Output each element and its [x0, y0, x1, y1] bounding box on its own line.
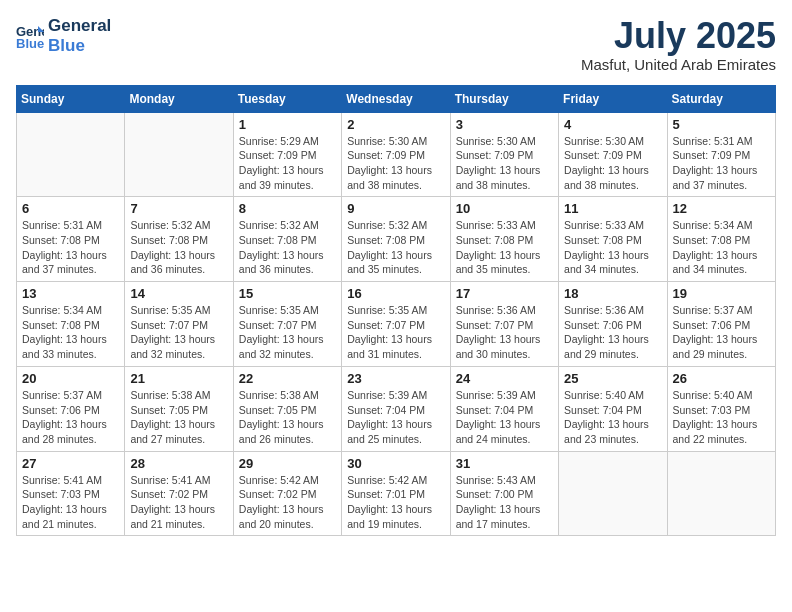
day-number: 13	[22, 286, 119, 301]
calendar-cell	[17, 112, 125, 197]
calendar-cell: 29Sunrise: 5:42 AM Sunset: 7:02 PM Dayli…	[233, 451, 341, 536]
day-number: 10	[456, 201, 553, 216]
day-detail: Sunrise: 5:35 AM Sunset: 7:07 PM Dayligh…	[239, 303, 336, 362]
calendar-cell: 23Sunrise: 5:39 AM Sunset: 7:04 PM Dayli…	[342, 366, 450, 451]
day-detail: Sunrise: 5:30 AM Sunset: 7:09 PM Dayligh…	[456, 134, 553, 193]
day-number: 23	[347, 371, 444, 386]
day-detail: Sunrise: 5:35 AM Sunset: 7:07 PM Dayligh…	[347, 303, 444, 362]
day-number: 15	[239, 286, 336, 301]
weekday-header: Monday	[125, 85, 233, 112]
weekday-header: Sunday	[17, 85, 125, 112]
day-detail: Sunrise: 5:33 AM Sunset: 7:08 PM Dayligh…	[564, 218, 661, 277]
calendar-cell: 6Sunrise: 5:31 AM Sunset: 7:08 PM Daylig…	[17, 197, 125, 282]
page-header: General Blue General Blue July 2025 Masf…	[16, 16, 776, 73]
calendar-cell: 31Sunrise: 5:43 AM Sunset: 7:00 PM Dayli…	[450, 451, 558, 536]
day-detail: Sunrise: 5:41 AM Sunset: 7:03 PM Dayligh…	[22, 473, 119, 532]
day-number: 18	[564, 286, 661, 301]
calendar-cell: 1Sunrise: 5:29 AM Sunset: 7:09 PM Daylig…	[233, 112, 341, 197]
calendar-cell: 19Sunrise: 5:37 AM Sunset: 7:06 PM Dayli…	[667, 282, 775, 367]
location-subtitle: Masfut, United Arab Emirates	[581, 56, 776, 73]
calendar-week-row: 13Sunrise: 5:34 AM Sunset: 7:08 PM Dayli…	[17, 282, 776, 367]
day-detail: Sunrise: 5:33 AM Sunset: 7:08 PM Dayligh…	[456, 218, 553, 277]
day-number: 19	[673, 286, 770, 301]
day-number: 7	[130, 201, 227, 216]
day-detail: Sunrise: 5:34 AM Sunset: 7:08 PM Dayligh…	[673, 218, 770, 277]
calendar-cell	[667, 451, 775, 536]
day-number: 31	[456, 456, 553, 471]
calendar-cell: 10Sunrise: 5:33 AM Sunset: 7:08 PM Dayli…	[450, 197, 558, 282]
day-number: 16	[347, 286, 444, 301]
day-detail: Sunrise: 5:42 AM Sunset: 7:02 PM Dayligh…	[239, 473, 336, 532]
day-number: 12	[673, 201, 770, 216]
day-detail: Sunrise: 5:35 AM Sunset: 7:07 PM Dayligh…	[130, 303, 227, 362]
svg-text:Blue: Blue	[16, 36, 44, 50]
calendar-header-row: SundayMondayTuesdayWednesdayThursdayFrid…	[17, 85, 776, 112]
day-number: 8	[239, 201, 336, 216]
day-number: 20	[22, 371, 119, 386]
day-detail: Sunrise: 5:39 AM Sunset: 7:04 PM Dayligh…	[347, 388, 444, 447]
calendar-cell: 22Sunrise: 5:38 AM Sunset: 7:05 PM Dayli…	[233, 366, 341, 451]
day-number: 30	[347, 456, 444, 471]
day-number: 22	[239, 371, 336, 386]
day-detail: Sunrise: 5:32 AM Sunset: 7:08 PM Dayligh…	[239, 218, 336, 277]
day-number: 5	[673, 117, 770, 132]
day-detail: Sunrise: 5:41 AM Sunset: 7:02 PM Dayligh…	[130, 473, 227, 532]
weekday-header: Friday	[559, 85, 667, 112]
calendar-cell: 30Sunrise: 5:42 AM Sunset: 7:01 PM Dayli…	[342, 451, 450, 536]
day-number: 9	[347, 201, 444, 216]
day-detail: Sunrise: 5:31 AM Sunset: 7:09 PM Dayligh…	[673, 134, 770, 193]
calendar-week-row: 1Sunrise: 5:29 AM Sunset: 7:09 PM Daylig…	[17, 112, 776, 197]
day-detail: Sunrise: 5:39 AM Sunset: 7:04 PM Dayligh…	[456, 388, 553, 447]
day-detail: Sunrise: 5:34 AM Sunset: 7:08 PM Dayligh…	[22, 303, 119, 362]
calendar-cell: 2Sunrise: 5:30 AM Sunset: 7:09 PM Daylig…	[342, 112, 450, 197]
calendar-cell: 28Sunrise: 5:41 AM Sunset: 7:02 PM Dayli…	[125, 451, 233, 536]
calendar-cell: 7Sunrise: 5:32 AM Sunset: 7:08 PM Daylig…	[125, 197, 233, 282]
day-number: 6	[22, 201, 119, 216]
day-number: 28	[130, 456, 227, 471]
calendar-week-row: 20Sunrise: 5:37 AM Sunset: 7:06 PM Dayli…	[17, 366, 776, 451]
calendar-cell: 17Sunrise: 5:36 AM Sunset: 7:07 PM Dayli…	[450, 282, 558, 367]
calendar-cell: 14Sunrise: 5:35 AM Sunset: 7:07 PM Dayli…	[125, 282, 233, 367]
logo: General Blue General Blue	[16, 16, 111, 55]
day-detail: Sunrise: 5:38 AM Sunset: 7:05 PM Dayligh…	[130, 388, 227, 447]
calendar-cell: 16Sunrise: 5:35 AM Sunset: 7:07 PM Dayli…	[342, 282, 450, 367]
weekday-header: Thursday	[450, 85, 558, 112]
day-number: 17	[456, 286, 553, 301]
calendar-cell: 26Sunrise: 5:40 AM Sunset: 7:03 PM Dayli…	[667, 366, 775, 451]
day-detail: Sunrise: 5:36 AM Sunset: 7:06 PM Dayligh…	[564, 303, 661, 362]
calendar-table: SundayMondayTuesdayWednesdayThursdayFrid…	[16, 85, 776, 537]
month-title: July 2025	[581, 16, 776, 56]
calendar-cell: 18Sunrise: 5:36 AM Sunset: 7:06 PM Dayli…	[559, 282, 667, 367]
calendar-cell: 8Sunrise: 5:32 AM Sunset: 7:08 PM Daylig…	[233, 197, 341, 282]
day-detail: Sunrise: 5:36 AM Sunset: 7:07 PM Dayligh…	[456, 303, 553, 362]
logo-icon: General Blue	[16, 22, 44, 50]
day-detail: Sunrise: 5:30 AM Sunset: 7:09 PM Dayligh…	[564, 134, 661, 193]
weekday-header: Saturday	[667, 85, 775, 112]
day-number: 3	[456, 117, 553, 132]
calendar-cell	[559, 451, 667, 536]
day-detail: Sunrise: 5:40 AM Sunset: 7:03 PM Dayligh…	[673, 388, 770, 447]
day-number: 27	[22, 456, 119, 471]
calendar-cell: 11Sunrise: 5:33 AM Sunset: 7:08 PM Dayli…	[559, 197, 667, 282]
calendar-cell: 5Sunrise: 5:31 AM Sunset: 7:09 PM Daylig…	[667, 112, 775, 197]
day-detail: Sunrise: 5:42 AM Sunset: 7:01 PM Dayligh…	[347, 473, 444, 532]
calendar-cell: 20Sunrise: 5:37 AM Sunset: 7:06 PM Dayli…	[17, 366, 125, 451]
calendar-cell: 3Sunrise: 5:30 AM Sunset: 7:09 PM Daylig…	[450, 112, 558, 197]
day-number: 1	[239, 117, 336, 132]
day-detail: Sunrise: 5:32 AM Sunset: 7:08 PM Dayligh…	[130, 218, 227, 277]
calendar-cell	[125, 112, 233, 197]
day-detail: Sunrise: 5:37 AM Sunset: 7:06 PM Dayligh…	[673, 303, 770, 362]
day-detail: Sunrise: 5:30 AM Sunset: 7:09 PM Dayligh…	[347, 134, 444, 193]
day-number: 14	[130, 286, 227, 301]
day-detail: Sunrise: 5:40 AM Sunset: 7:04 PM Dayligh…	[564, 388, 661, 447]
calendar-cell: 4Sunrise: 5:30 AM Sunset: 7:09 PM Daylig…	[559, 112, 667, 197]
weekday-header: Tuesday	[233, 85, 341, 112]
day-detail: Sunrise: 5:37 AM Sunset: 7:06 PM Dayligh…	[22, 388, 119, 447]
calendar-week-row: 27Sunrise: 5:41 AM Sunset: 7:03 PM Dayli…	[17, 451, 776, 536]
calendar-week-row: 6Sunrise: 5:31 AM Sunset: 7:08 PM Daylig…	[17, 197, 776, 282]
day-number: 25	[564, 371, 661, 386]
day-detail: Sunrise: 5:29 AM Sunset: 7:09 PM Dayligh…	[239, 134, 336, 193]
calendar-cell: 21Sunrise: 5:38 AM Sunset: 7:05 PM Dayli…	[125, 366, 233, 451]
calendar-cell: 27Sunrise: 5:41 AM Sunset: 7:03 PM Dayli…	[17, 451, 125, 536]
day-number: 26	[673, 371, 770, 386]
